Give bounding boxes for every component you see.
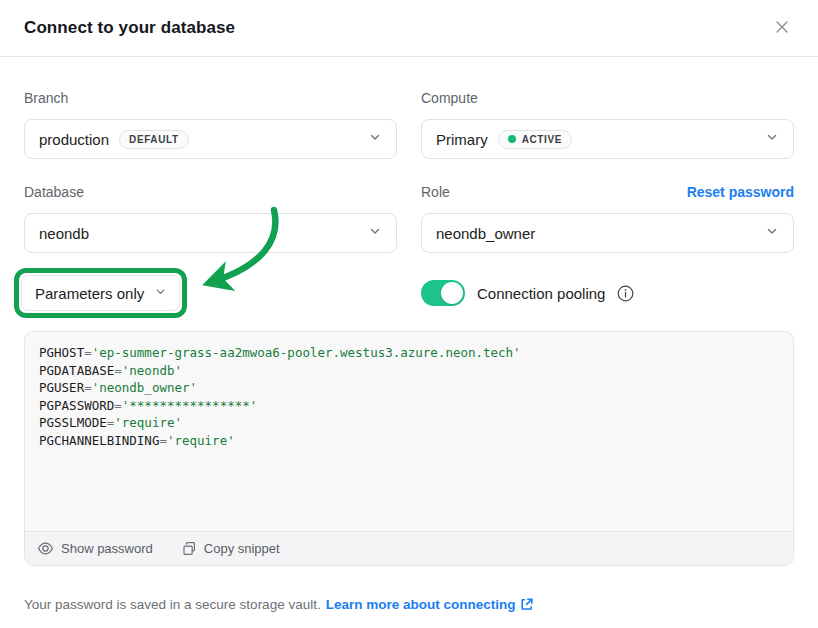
database-label: Database: [24, 184, 84, 200]
compute-value: Primary: [436, 131, 488, 148]
code-line: PGUSER='neondb_owner': [39, 379, 779, 397]
active-badge: ACTIVE: [498, 130, 572, 149]
snippet-actions-bar: Show password Copy snippet: [25, 531, 793, 565]
copy-snippet-button[interactable]: Copy snippet: [181, 541, 280, 557]
active-status-dot: [508, 135, 516, 143]
compute-select[interactable]: Primary ACTIVE: [421, 119, 794, 159]
chevron-down-icon: [765, 130, 779, 148]
annotation-highlight-box: Parameters only: [14, 268, 187, 318]
role-select[interactable]: neondb_owner: [421, 213, 794, 253]
info-icon[interactable]: [617, 285, 634, 302]
show-password-button[interactable]: Show password: [37, 540, 153, 557]
connection-snippet-block: PGHOST='ep-summer-grass-aa2mwoa6-pooler.…: [24, 331, 794, 566]
branch-field: Branch production DEFAULT: [24, 89, 397, 159]
role-field: Role Reset password neondb_owner: [421, 183, 794, 253]
chevron-down-icon: [368, 224, 382, 242]
external-link-icon: [519, 597, 534, 612]
database-value: neondb: [39, 225, 89, 242]
role-value: neondb_owner: [436, 225, 535, 242]
compute-label: Compute: [421, 90, 478, 106]
role-label: Role: [421, 184, 450, 200]
snippet-type-select[interactable]: Parameters only: [21, 275, 180, 311]
snippet-type-value: Parameters only: [35, 285, 144, 302]
compute-field: Compute Primary ACTIVE: [421, 89, 794, 159]
footer-note: Your password is saved in a secure stora…: [24, 597, 794, 612]
connection-pooling-label: Connection pooling: [477, 285, 605, 302]
chevron-down-icon: [765, 224, 779, 242]
modal-title: Connect to your database: [24, 18, 235, 38]
code-line: PGPASSWORD='****************': [39, 397, 779, 415]
learn-more-link[interactable]: Learn more about connecting: [326, 597, 535, 612]
branch-label: Branch: [24, 90, 68, 106]
reset-password-link[interactable]: Reset password: [687, 184, 794, 200]
chevron-down-icon: [368, 130, 382, 148]
connect-database-modal: Connect to your database Branch producti…: [0, 0, 818, 628]
close-button[interactable]: [770, 16, 794, 40]
eye-icon: [37, 540, 54, 557]
database-select[interactable]: neondb: [24, 213, 397, 253]
branch-select[interactable]: production DEFAULT: [24, 119, 397, 159]
footer-note-text: Your password is saved in a secure stora…: [24, 597, 321, 612]
close-icon: [773, 18, 791, 39]
database-field: Database neondb: [24, 183, 397, 253]
code-line: PGHOST='ep-summer-grass-aa2mwoa6-pooler.…: [39, 344, 779, 362]
code-line: PGSSLMODE='require': [39, 414, 779, 432]
chevron-down-icon: [154, 284, 167, 302]
connection-pooling-toggle[interactable]: [421, 280, 465, 306]
code-line: PGDATABASE='neondb': [39, 362, 779, 380]
copy-icon: [181, 541, 197, 557]
connection-pooling-row: Connection pooling: [421, 280, 794, 306]
code-line: PGCHANNELBINDING='require': [39, 432, 779, 450]
connection-snippet-code[interactable]: PGHOST='ep-summer-grass-aa2mwoa6-pooler.…: [25, 332, 793, 531]
default-badge: DEFAULT: [119, 130, 189, 149]
branch-value: production: [39, 131, 109, 148]
modal-header: Connect to your database: [0, 0, 818, 57]
